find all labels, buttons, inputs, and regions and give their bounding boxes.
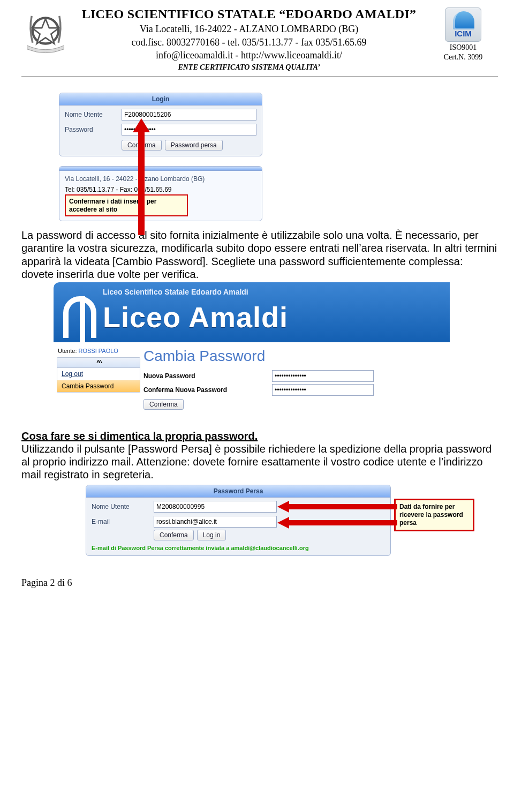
icim-logo-icon: ICIM — [445, 7, 481, 42]
main-content: Cambia Password Nuova Password Conferma … — [143, 342, 450, 423]
sidebar-item-logout[interactable]: Log out — [57, 368, 140, 380]
lp-email-label: E-mail — [92, 518, 150, 525]
school-name: LICEO SCIENTIFICO STATALE “EDOARDO AMALD… — [75, 5, 423, 22]
page-number: Pagina 2 di 6 — [21, 577, 498, 589]
confirm-password-input[interactable] — [272, 384, 374, 396]
cert-block: ICIM ISO9001 Cert.N. 3099 — [428, 5, 498, 73]
page-heading: Cambia Password — [143, 348, 450, 365]
school-contact-2: info@liceoamaldi.it - http://www.liceoam… — [75, 49, 423, 62]
login-panel: Login Nome Utente Password Conferma Pass… — [59, 93, 262, 156]
change-password-confirm-button[interactable]: Conferma — [143, 399, 184, 410]
figure-login-screenshot: Login Nome Utente Password Conferma Pass… — [59, 93, 498, 221]
chevron-up-icon: ^^ — [96, 359, 101, 366]
quality-certification: ENTE CERTIFICATO SISTEMA QUALITA’ — [75, 63, 423, 73]
login-title: Login — [59, 93, 262, 106]
banner-big-title: Liceo Amaldi — [103, 300, 288, 334]
school-address: Via Locatelli, 16-24022 - ALZANO LOMBARD… — [75, 22, 423, 35]
school-contact-1: cod.fisc. 80032770168 - tel. 035/51.13.7… — [75, 36, 423, 49]
lost-password-title: Password Persa — [86, 485, 390, 498]
username-label: Nome Utente — [65, 111, 118, 118]
figure-change-password-screenshot: Liceo Scientifico Statale Edoardo Amaldi… — [54, 282, 498, 423]
paragraph-change-password: La password di accesso al sito fornita i… — [21, 229, 498, 281]
dialog-tel: Tel: 035/51.13.77 - Fax: 035/51.65.69 — [59, 186, 262, 194]
lp-status-message: E-mail di Password Persa correttamente i… — [86, 544, 390, 555]
sidebar-item-change-password[interactable]: Cambia Password — [57, 380, 140, 393]
sidebar: Utente: ROSSI PAOLO ^^ Log out Cambia Pa… — [54, 342, 143, 423]
lp-login-button[interactable]: Log in — [197, 530, 226, 540]
dialog-titlebar — [59, 167, 262, 171]
callout-box: Dati da fornire per ricevere la password… — [394, 499, 474, 531]
new-password-input[interactable] — [272, 370, 374, 382]
banner-small-title: Liceo Scientifico Statale Edoardo Amaldi — [103, 288, 248, 296]
current-user: Utente: ROSSI PAOLO — [58, 348, 140, 354]
dialog-address: Via Locatelli, 16 - 24022 - Alzano Lomba… — [59, 171, 262, 186]
arch-logo-icon — [63, 296, 96, 338]
confirm-dialog: Via Locatelli, 16 - 24022 - Alzano Lomba… — [59, 166, 262, 221]
password-label: Password — [65, 126, 118, 133]
user-name: ROSSI PAOLO — [79, 348, 118, 354]
confirm-password-label: Conferma Nuova Password — [143, 386, 267, 394]
lost-password-panel: Password Persa Nome Utente E-mail Confer… — [86, 485, 391, 556]
username-input[interactable] — [122, 109, 256, 121]
new-password-label: Nuova Password — [143, 372, 267, 380]
tooltip-line1: Confermare i dati inseriti per — [69, 198, 156, 205]
letterhead: LICEO SCIENTIFICO STATALE “EDOARDO AMALD… — [21, 5, 498, 77]
password-input[interactable] — [122, 124, 256, 136]
lp-username-input[interactable] — [154, 501, 277, 513]
lost-password-button[interactable]: Password persa — [165, 140, 223, 151]
dialog-tooltip: Confermare i dati inseriti per accedere … — [65, 194, 188, 216]
italian-republic-emblem-icon — [21, 5, 70, 59]
tooltip-line2: accedere al sito — [69, 206, 117, 213]
confirm-button[interactable]: Conferma — [122, 140, 162, 151]
cert-iso: ISO9001 — [450, 43, 477, 52]
section-heading-lost-password: Cosa fare se si dimentica la propria pas… — [21, 430, 498, 442]
cert-number: Cert.N. 3099 — [444, 52, 483, 62]
lp-email-input[interactable] — [154, 516, 277, 528]
figure-lost-password-screenshot: Password Persa Nome Utente E-mail Confer… — [86, 485, 498, 556]
site-banner: Liceo Scientifico Statale Edoardo Amaldi… — [54, 282, 450, 342]
lp-username-label: Nome Utente — [92, 503, 150, 510]
letterhead-text: LICEO SCIENTIFICO STATALE “EDOARDO AMALD… — [75, 5, 423, 73]
paragraph-lost-password: Utilizzando il pulsante [Password Persa]… — [21, 442, 498, 482]
user-label: Utente: — [58, 348, 77, 354]
sidebar-collapse-toggle[interactable]: ^^ — [57, 358, 140, 368]
lp-confirm-button[interactable]: Conferma — [154, 530, 194, 540]
